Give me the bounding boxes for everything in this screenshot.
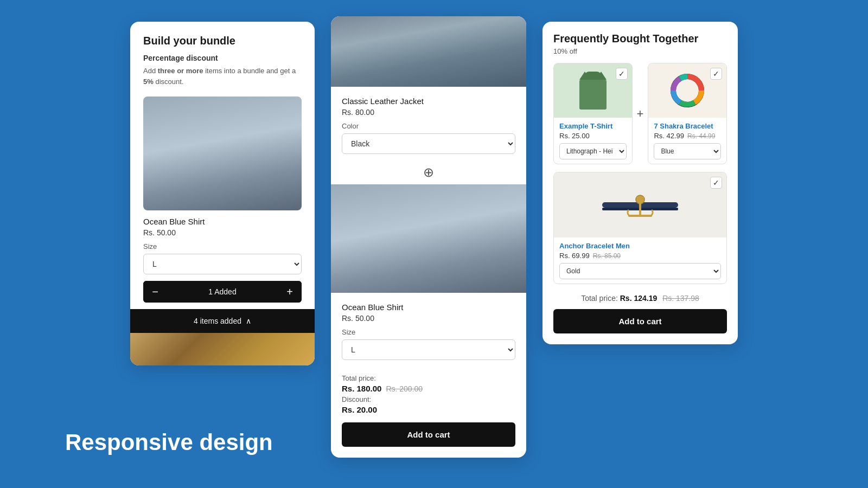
svg-rect-3 bbox=[585, 72, 601, 80]
qty-display: 1 Added bbox=[167, 287, 278, 296]
quantity-control: − 1 Added + bbox=[143, 281, 302, 303]
color-label: Color bbox=[342, 122, 515, 130]
size-label: Size bbox=[143, 242, 302, 251]
qty-decrease-button[interactable]: − bbox=[143, 281, 167, 303]
fbt-plus-icon: + bbox=[637, 107, 644, 121]
fbt-total-label: Total price: bbox=[581, 294, 618, 303]
fbt-product2-original-price: Rs. 44.99 bbox=[687, 132, 715, 140]
jacket-price: Rs. 80.00 bbox=[342, 108, 515, 117]
shirt-image-middle bbox=[331, 184, 526, 293]
bottom-strip bbox=[130, 333, 315, 365]
fbt-product1-variant-select[interactable]: Lithograph - HeightLithograph - Width bbox=[559, 143, 627, 159]
total-price-value: Rs. 180.00 bbox=[342, 384, 381, 393]
fbt-product3-original-price: Rs. 85.00 bbox=[593, 252, 621, 260]
jacket-image-top bbox=[331, 16, 526, 87]
middle-card: Classic Leather Jacket Rs. 80.00 Color B… bbox=[331, 16, 526, 458]
product1-price: Rs. 50.00 bbox=[143, 228, 302, 237]
size-select[interactable]: XSSMLXLXXL bbox=[143, 254, 302, 274]
total-section: Total price: Rs. 180.00 Rs. 200.00 Disco… bbox=[331, 367, 526, 422]
discount-label: Percentage discount bbox=[143, 54, 302, 62]
fbt-product2-checkbox[interactable]: ✓ bbox=[710, 68, 722, 80]
product1-name: Ocean Blue Shirt bbox=[143, 217, 302, 226]
shirt-size-select[interactable]: XSSMLXLXXL bbox=[342, 339, 515, 360]
jacket-name: Classic Leather Jacket bbox=[342, 97, 515, 106]
shirt-price: Rs. 50.00 bbox=[342, 314, 515, 323]
fbt-product3-price: Rs. 69.99 bbox=[559, 252, 590, 260]
total-original-price: Rs. 200.00 bbox=[386, 384, 423, 393]
fbt-total-original-price: Rs. 137.98 bbox=[662, 294, 699, 303]
fbt-product1-price: Rs. 25.00 bbox=[559, 132, 590, 140]
svg-point-7 bbox=[636, 195, 644, 204]
fbt-product2-name: 7 Shakra Bracelet bbox=[654, 122, 721, 130]
fbt-product3-name: Anchor Bracelet Men bbox=[559, 242, 721, 250]
fbt-product2-variant-select[interactable]: BlueRedGreen bbox=[654, 143, 721, 159]
items-added-bar[interactable]: 4 items added ∧ bbox=[130, 309, 315, 333]
qty-increase-button[interactable]: + bbox=[278, 281, 302, 303]
left-card: Build your bundle Percentage discount Ad… bbox=[130, 22, 315, 365]
fbt-discount-badge: 10% off bbox=[553, 47, 727, 55]
fbt-product3-variant-select[interactable]: GoldSilverBlack bbox=[559, 263, 721, 279]
fbt-product2-price: Rs. 42.99 bbox=[654, 132, 684, 140]
discount-description: Add three or more items into a bundle an… bbox=[143, 66, 302, 87]
fbt-total-row: Total price: Rs. 124.19 Rs. 137.98 bbox=[553, 292, 727, 303]
discount-label2: Discount: bbox=[342, 395, 515, 403]
items-added-text: 4 items added bbox=[194, 317, 241, 325]
plus-circle-icon: ⊕ bbox=[331, 160, 526, 184]
fbt-total-price: Rs. 124.19 bbox=[620, 294, 658, 303]
product1-image bbox=[143, 97, 302, 210]
fbt-add-to-cart-button[interactable]: Add to cart bbox=[553, 309, 727, 333]
total-price-label: Total price: bbox=[342, 374, 515, 382]
shirt-name: Ocean Blue Shirt bbox=[342, 303, 515, 312]
chevron-up-icon: ∧ bbox=[246, 317, 251, 325]
discount-amount: Rs. 20.00 bbox=[342, 405, 377, 414]
fbt-product1-name: Example T-Shirt bbox=[559, 122, 627, 130]
svg-rect-0 bbox=[579, 80, 607, 110]
fbt-product3-card: ✓ Anchor Br bbox=[553, 172, 727, 284]
fbt-title: Frequently Bought Together bbox=[553, 33, 727, 45]
shirt-size-label: Size bbox=[342, 328, 515, 336]
main-container: Build your bundle Percentage discount Ad… bbox=[0, 0, 868, 488]
responsive-design-text: Responsive design bbox=[65, 429, 273, 455]
fbt-product2-card: ✓ 7 Shakra Bracelet bbox=[648, 63, 727, 164]
fbt-anchor-image bbox=[554, 172, 726, 237]
fbt-products-row: ✓ Example T-Shirt Rs. 25.00 bbox=[553, 63, 727, 164]
left-card-title: Build your bundle bbox=[143, 35, 302, 47]
color-select[interactable]: BlackBrownTan bbox=[342, 133, 515, 154]
fbt-product1-card: ✓ Example T-Shirt Rs. 25.00 bbox=[553, 63, 633, 164]
middle-add-to-cart-button[interactable]: Add to cart bbox=[342, 422, 515, 447]
right-card: Frequently Bought Together 10% off ✓ bbox=[542, 22, 738, 344]
fbt-product1-checkbox[interactable]: ✓ bbox=[616, 68, 628, 80]
fbt-product3-checkbox[interactable]: ✓ bbox=[710, 177, 722, 189]
